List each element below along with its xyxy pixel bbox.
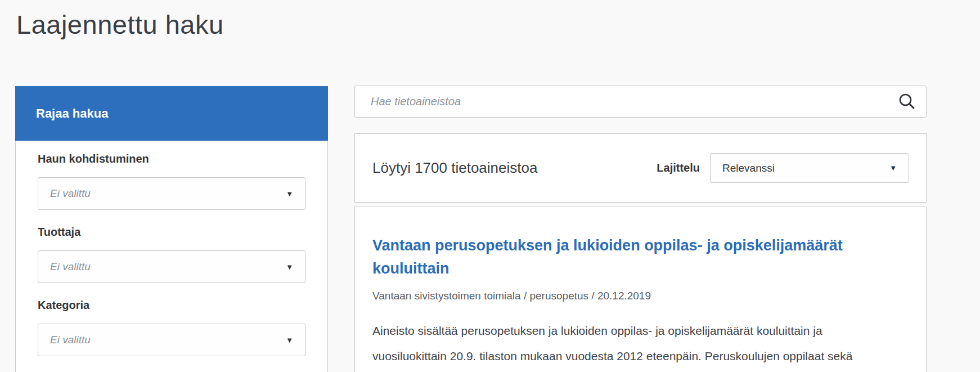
chevron-down-icon: ▼: [286, 263, 293, 271]
filter-select-value: Ei valittu: [50, 261, 91, 273]
filter-select-category[interactable]: Ei valittu ▼: [38, 324, 305, 356]
sidebar-header-label: Rajaa hakua: [36, 106, 108, 121]
filter-group-search-target: Haun kohdistuminen Ei valittu ▼: [38, 153, 305, 210]
chevron-down-icon: ▼: [286, 337, 293, 344]
filter-select-search-target[interactable]: Ei valittu ▼: [38, 177, 305, 210]
chevron-down-icon: ▼: [286, 190, 293, 198]
filter-select-value: Ei valittu: [50, 334, 91, 346]
filter-label-producer: Tuottaja: [38, 226, 305, 239]
filter-select-producer[interactable]: Ei valittu ▼: [38, 250, 305, 283]
results-count: Löytyi 1700 tietoaineistoa: [372, 159, 537, 177]
filter-label-category: Kategoria: [38, 299, 305, 312]
filter-select-value: Ei valittu: [50, 187, 91, 200]
results-list: Vantaan perusopetuksen ja lukioiden oppi…: [354, 207, 927, 372]
result-item: Vantaan perusopetuksen ja lukioiden oppi…: [372, 234, 909, 372]
search-bar: [354, 86, 927, 118]
search-button[interactable]: [896, 91, 918, 113]
search-icon: [897, 92, 916, 111]
page-title: Laajennettu haku: [16, 9, 224, 40]
sort-select-value: Relevanssi: [722, 162, 775, 174]
filter-group-category: Kategoria Ei valittu ▼: [38, 299, 305, 356]
result-meta: Vantaan sivistystoimen toimiala / peruso…: [372, 290, 909, 302]
sort-label: Lajittelu: [657, 162, 700, 174]
result-title-link[interactable]: Vantaan perusopetuksen ja lukioiden oppi…: [372, 234, 890, 280]
result-description: Aineisto sisältää perusopetuksen ja luki…: [372, 318, 866, 372]
filter-label-search-target: Haun kohdistuminen: [38, 153, 305, 165]
filter-group-producer: Tuottaja Ei valittu ▼: [38, 226, 305, 283]
sort-control: Lajittelu Relevanssi ▼: [657, 153, 909, 183]
sidebar-body: Haun kohdistuminen Ei valittu ▼ Tuottaja…: [15, 141, 328, 372]
search-input[interactable]: [371, 86, 896, 117]
results-header: Löytyi 1700 tietoaineistoa Lajittelu Rel…: [354, 133, 927, 203]
filter-sidebar: Rajaa hakua Haun kohdistuminen Ei valitt…: [15, 86, 328, 372]
chevron-down-icon: ▼: [889, 164, 897, 172]
sort-select[interactable]: Relevanssi ▼: [710, 153, 909, 183]
sidebar-header: Rajaa hakua: [15, 86, 328, 141]
